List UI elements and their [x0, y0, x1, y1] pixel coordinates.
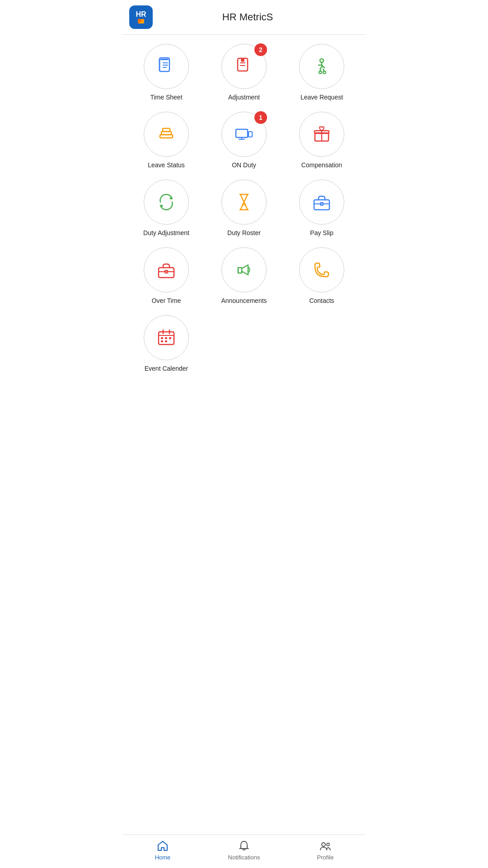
on-duty-label: ON Duty [232, 161, 256, 169]
svg-rect-40 [161, 340, 163, 342]
grid-item-time-sheet[interactable]: Time Sheet [129, 44, 203, 101]
compensation-label: Compensation [301, 161, 342, 169]
event-calender-label: Event Calender [145, 365, 188, 372]
contacts-icon-circle [299, 247, 344, 292]
grid-item-announcements[interactable]: Announcements [207, 247, 281, 304]
grid-item-event-calender[interactable]: Event Calender [129, 315, 203, 372]
grid-item-compensation[interactable]: Compensation [285, 112, 359, 169]
adjustment-icon-circle: 2 [221, 44, 267, 89]
header: HR HR MetricS [122, 0, 366, 35]
grid-item-pay-slip[interactable]: Pay Slip [285, 179, 359, 236]
over-time-icon-circle [144, 247, 189, 292]
svg-point-42 [322, 843, 325, 846]
contacts-label: Contacts [309, 297, 334, 304]
leave-status-icon-circle [144, 112, 189, 157]
home-icon [156, 840, 169, 852]
pay-slip-label: Pay Slip [310, 229, 333, 236]
leave-request-label: Leave Request [300, 94, 343, 101]
nav-profile[interactable]: Profile [285, 840, 366, 861]
announcements-label: Announcements [221, 297, 267, 304]
gift-icon [310, 122, 334, 146]
duty-adjustment-label: Duty Adjustment [143, 229, 189, 236]
book-icon [154, 54, 178, 79]
svg-rect-5 [159, 59, 160, 71]
svg-rect-41 [165, 340, 167, 342]
bell-icon [238, 840, 250, 852]
layers-icon [154, 122, 178, 146]
grid-item-leave-request[interactable]: Leave Request [285, 44, 359, 101]
svg-rect-18 [236, 129, 248, 137]
adjustment-label: Adjustment [228, 94, 260, 101]
svg-rect-38 [165, 337, 167, 339]
main-content: Time Sheet 2 Adjustment [122, 35, 366, 835]
over-time-label: Over Time [152, 297, 181, 304]
svg-point-13 [319, 71, 322, 74]
nav-profile-label: Profile [317, 854, 334, 861]
svg-point-43 [327, 843, 329, 846]
grid-item-duty-adjustment[interactable]: Duty Adjustment [129, 179, 203, 236]
grid-item-duty-roster[interactable]: Duty Roster [207, 179, 281, 236]
page-title: HR MetricS [160, 11, 335, 23]
desktop-icon [232, 122, 256, 146]
grid-item-adjustment[interactable]: 2 Adjustment [207, 44, 281, 101]
profile-icon [319, 840, 332, 852]
adjustment-badge: 2 [254, 43, 267, 56]
grid-item-over-time[interactable]: Over Time [129, 247, 203, 304]
briefcase-red-icon [154, 258, 178, 282]
grid-item-on-duty[interactable]: 1 ON Duty [207, 112, 281, 169]
time-sheet-label: Time Sheet [150, 94, 182, 101]
svg-point-25 [242, 203, 246, 206]
event-calender-icon-circle [144, 315, 189, 360]
on-duty-icon-circle: 1 [221, 112, 267, 157]
wheelchair-icon [310, 54, 334, 79]
svg-rect-17 [163, 128, 170, 132]
duty-roster-label: Duty Roster [227, 229, 261, 236]
calendar-icon [154, 326, 178, 350]
svg-rect-37 [161, 337, 163, 339]
phone-icon [310, 258, 334, 282]
grid-item-contacts[interactable]: Contacts [285, 247, 359, 304]
nav-notifications[interactable]: Notifications [203, 840, 285, 861]
megaphone-icon [232, 258, 256, 282]
nav-home-label: Home [155, 854, 171, 861]
compensation-icon-circle [299, 112, 344, 157]
svg-point-12 [320, 59, 324, 62]
grid-item-leave-status[interactable]: Leave Status [129, 112, 203, 169]
pay-slip-icon-circle [299, 179, 344, 225]
svg-rect-32 [238, 268, 242, 273]
svg-rect-1 [160, 59, 169, 60]
svg-point-14 [323, 71, 326, 74]
leave-status-label: Leave Status [148, 161, 185, 169]
on-duty-badge: 1 [254, 111, 267, 124]
logo-text: HR [136, 11, 146, 18]
menu-grid: Time Sheet 2 Adjustment [129, 44, 359, 372]
logo-box-icon [138, 19, 144, 24]
adjustment-icon [232, 54, 256, 79]
duty-roster-icon-circle [221, 179, 267, 225]
announcements-icon-circle [221, 247, 267, 292]
svg-rect-19 [249, 132, 252, 137]
duty-adjustment-icon-circle [144, 179, 189, 225]
nav-home[interactable]: Home [122, 840, 203, 861]
bottom-nav: Home Notifications Profile [122, 835, 366, 868]
briefcase-blue-icon [310, 190, 334, 214]
app-logo: HR [129, 5, 153, 29]
leave-request-icon-circle [299, 44, 344, 89]
svg-rect-39 [169, 337, 171, 339]
nav-notifications-label: Notifications [228, 854, 260, 861]
hourglass-icon [232, 190, 256, 214]
refresh-icon [154, 190, 178, 214]
time-sheet-icon-circle [144, 44, 189, 89]
